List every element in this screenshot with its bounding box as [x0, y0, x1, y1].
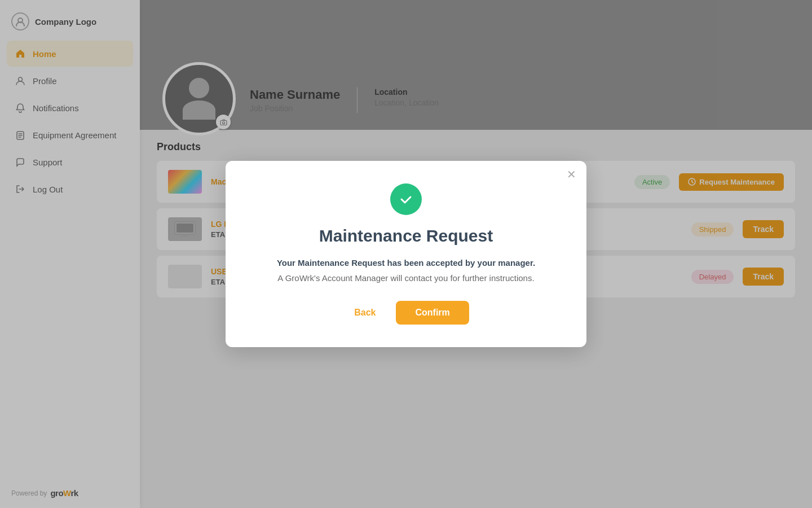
- maintenance-request-modal: ✕ Maintenance Request Your Maintenance R…: [226, 161, 586, 347]
- modal-body-main: Your Maintenance Request has been accept…: [254, 258, 558, 268]
- back-button[interactable]: Back: [343, 301, 387, 325]
- modal-title: Maintenance Request: [254, 226, 558, 246]
- modal-overlay: ✕ Maintenance Request Your Maintenance R…: [0, 0, 812, 508]
- modal-actions: Back Confirm: [254, 301, 558, 325]
- modal-close-button[interactable]: ✕: [567, 169, 576, 180]
- modal-check-icon: [390, 183, 422, 215]
- confirm-button[interactable]: Confirm: [396, 301, 469, 325]
- modal-body-sub: A GroWrk's Account Manager will contact …: [254, 273, 558, 283]
